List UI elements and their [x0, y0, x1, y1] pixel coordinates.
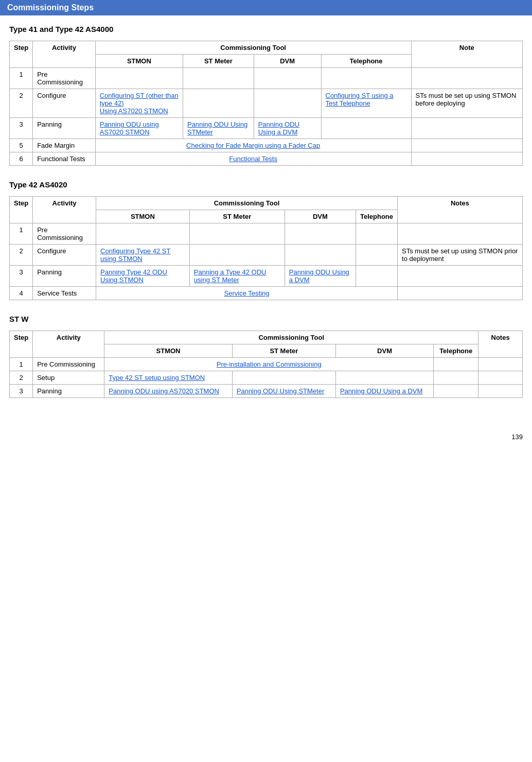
dvm-link[interactable]: Panning ODU Using a DVM: [258, 120, 299, 136]
stmeter-cell: [232, 371, 335, 385]
stmeter-cell: Panning ODU Using STMeter: [183, 118, 254, 139]
col-activity: Activity: [33, 41, 96, 68]
stmon-link[interactable]: Panning ODU using AS7020 STMON: [100, 120, 159, 136]
merged-cell: Service Testing: [96, 287, 398, 300]
stmon-cell: Configuring Type 42 ST using STMON: [96, 245, 190, 266]
col-notes: Notes: [398, 197, 523, 223]
activity-label: Service Tests: [33, 287, 96, 300]
table-row: 2 Configure Configuring ST (other than t…: [10, 89, 523, 118]
col-step: Step: [10, 41, 33, 68]
merged-cell: Functional Tests: [95, 152, 411, 166]
sub-col-stmeter: ST Meter: [189, 210, 285, 223]
fade-margin-link[interactable]: Checking for Fade Margin using a Fader C…: [186, 142, 320, 149]
step-num: 4: [10, 287, 33, 300]
stmon-cell: Configuring ST (other than type 42) Usin…: [95, 89, 183, 118]
note-cell: [398, 223, 523, 245]
step-num: 1: [10, 358, 33, 371]
stmon-link[interactable]: Panning ODU using AS7020 STMON: [109, 387, 219, 395]
section3-title: ST W: [9, 315, 523, 323]
stmeter-cell: [183, 89, 254, 118]
table-row: 2 Configure Configuring Type 42 ST using…: [10, 245, 523, 266]
sub-col-dvm: DVM: [335, 344, 433, 358]
stmon-link[interactable]: Type 42 ST setup using STMON: [109, 374, 205, 382]
section-type41-type42: Type 41 and Type 42 AS4000 Step Activity…: [9, 25, 523, 166]
dvm-cell: [254, 68, 321, 89]
table-row: 5 Fade Margin Checking for Fade Margin u…: [10, 139, 523, 152]
note-cell: [398, 287, 523, 300]
telephone-cell: Configuring ST using a Test Telephone: [321, 89, 411, 118]
stmon-link[interactable]: Configuring Type 42 ST using STMON: [100, 247, 170, 263]
note-cell: [411, 118, 522, 139]
telephone-cell: [321, 68, 411, 89]
activity-label: Configure: [33, 245, 96, 266]
header-title: Commissioning Steps: [7, 3, 94, 12]
stmon-link[interactable]: Panning Type 42 ODU Using STMON: [100, 268, 167, 284]
merged-cell: Checking for Fade Margin using a Fader C…: [95, 139, 411, 152]
functional-tests-link[interactable]: Functional Tests: [229, 155, 277, 163]
stmon-cell: Panning Type 42 ODU Using STMON: [96, 266, 190, 287]
stmeter-cell: Panning ODU Using STMeter: [232, 385, 335, 398]
sub-col-dvm: DVM: [285, 210, 356, 223]
stmon-link[interactable]: Configuring ST (other than type 42) Usin…: [100, 92, 179, 115]
step-num: 5: [10, 139, 33, 152]
stmeter-link[interactable]: Panning ODU Using STMeter: [237, 387, 325, 395]
activity-label: Pre Commissioning: [33, 223, 96, 245]
note-cell: [478, 385, 523, 398]
merged-cell: Pre-installation and Commissioning: [104, 358, 434, 371]
page-number: 139: [0, 428, 532, 446]
note-cell: [411, 68, 522, 89]
col-commissioning-tool: Commissioning Tool: [95, 41, 411, 55]
table-row: 3 Panning Panning Type 42 ODU Using STMO…: [10, 266, 523, 287]
sub-col-stmon: STMON: [95, 55, 183, 68]
stmeter-cell: [189, 245, 285, 266]
stmeter-cell: [189, 223, 285, 245]
dvm-link[interactable]: Panning ODU Using a DVM: [289, 268, 349, 284]
section2-table: Step Activity Commissioning Tool Notes S…: [9, 196, 523, 300]
dvm-link[interactable]: Panning ODU Using a DVM: [340, 387, 422, 395]
table-row: 1 Pre Commissioning Pre-installation and…: [10, 358, 523, 371]
col-note: Note: [411, 41, 522, 68]
sub-col-telephone: Telephone: [434, 344, 478, 358]
table-row: 1 Pre Commissioning: [10, 223, 523, 245]
table-row: 1 Pre Commissioning: [10, 68, 523, 89]
note-cell: [478, 371, 523, 385]
note-cell: [411, 139, 522, 152]
section1-title: Type 41 and Type 42 AS4000: [9, 25, 523, 33]
sub-col-stmeter: ST Meter: [232, 344, 335, 358]
stmon-cell: Panning ODU using AS7020 STMON: [104, 385, 232, 398]
stmeter-cell: Panning a Type 42 ODU using ST Meter: [189, 266, 285, 287]
telephone-link[interactable]: Configuring ST using a Test Telephone: [326, 92, 394, 107]
telephone-cell: [356, 266, 397, 287]
table-row: 4 Service Tests Service Testing: [10, 287, 523, 300]
step-num: 3: [10, 385, 33, 398]
step-num: 3: [10, 266, 33, 287]
step-num: 3: [10, 118, 33, 139]
note-cell: [478, 358, 523, 371]
col-activity: Activity: [33, 331, 104, 358]
note-cell: STs must be set up using STMON before de…: [411, 89, 522, 118]
step-num: 2: [10, 371, 33, 385]
dvm-cell: [254, 89, 321, 118]
table-row: 3 Panning Panning ODU using AS7020 STMON…: [10, 118, 523, 139]
activity-label: Pre Commissioning: [33, 358, 104, 371]
activity-label: Panning: [33, 385, 104, 398]
page-header: Commissioning Steps: [0, 0, 532, 15]
stmeter-link[interactable]: Panning ODU Using STMeter: [187, 120, 247, 136]
stmon-cell: Type 42 ST setup using STMON: [104, 371, 232, 385]
dvm-cell: [335, 371, 433, 385]
stmeter-link[interactable]: Panning a Type 42 ODU using ST Meter: [194, 268, 267, 284]
pre-installation-link[interactable]: Pre-installation and Commissioning: [217, 360, 322, 368]
step-num: 6: [10, 152, 33, 166]
stmeter-cell: [183, 68, 254, 89]
activity-label: Pre Commissioning: [33, 68, 96, 89]
dvm-cell: Panning ODU Using a DVM: [335, 385, 433, 398]
service-testing-link[interactable]: Service Testing: [224, 289, 270, 297]
table-row: 6 Functional Tests Functional Tests: [10, 152, 523, 166]
col-step: Step: [10, 197, 33, 223]
dvm-cell: Panning ODU Using a DVM: [285, 266, 356, 287]
sub-col-stmeter: ST Meter: [183, 55, 254, 68]
col-commissioning-tool: Commissioning Tool: [96, 197, 398, 210]
telephone-cell: [434, 385, 478, 398]
step-num: 2: [10, 245, 33, 266]
dvm-cell: [285, 245, 356, 266]
